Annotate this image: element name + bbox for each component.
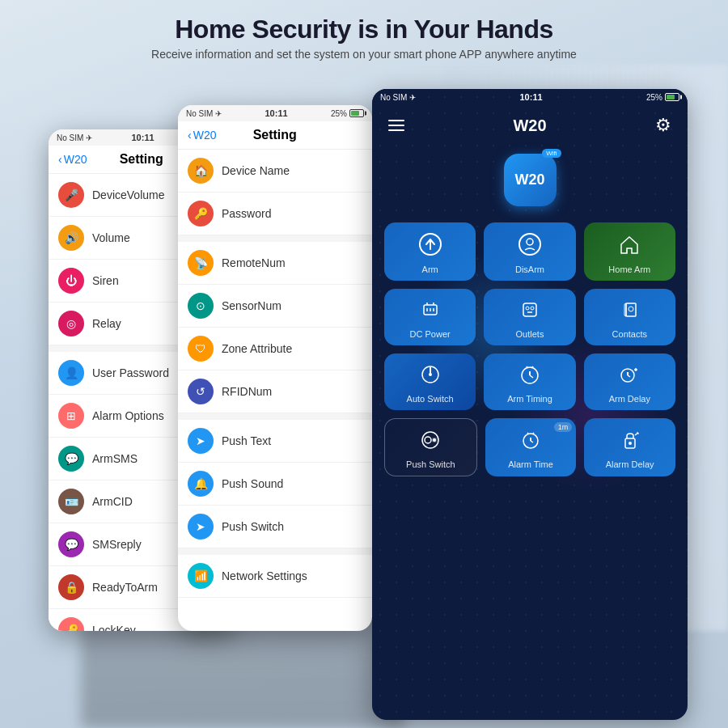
phone2-battery-pct: 25% <box>331 109 347 118</box>
wifi-badge: Wifi <box>542 149 561 158</box>
phone3-battery-icon <box>665 93 679 101</box>
phone2-icon-2: 📡 <box>188 250 214 276</box>
phone2-label-7: Push Sound <box>222 477 362 490</box>
hamburger-line-2 <box>388 125 404 126</box>
phone1-icon-9: 🔒 <box>58 574 84 600</box>
svg-point-17 <box>429 373 432 376</box>
grid-btn-homearm[interactable]: Home Arm <box>584 222 675 281</box>
phone3-battery-pct: 25% <box>646 93 662 102</box>
phone2-icon-0: 🏠 <box>188 158 214 184</box>
phone2-back-btn[interactable]: ‹ W20 <box>188 129 216 142</box>
grid-row-2: Auto Switch Arm Timing <box>384 353 675 410</box>
phone-2: No SIM ✈ 10:11 25% ‹ W20 Setting 🏠 Devic… <box>178 105 372 631</box>
alarmtime-label: Alarm Time <box>508 459 553 469</box>
phone2-menu-item-4[interactable]: 🛡 Zone Attribute <box>178 328 372 370</box>
phone2-nav-title: Setting <box>216 128 333 142</box>
grid-btn-armdelay[interactable]: Arm Delay <box>584 353 675 410</box>
phone2-menu-item-7[interactable]: 🔔 Push Sound <box>178 463 372 506</box>
phone2-label-5: RFIDNum <box>222 385 362 398</box>
disarm-label: DisArm <box>515 265 544 274</box>
phone2-sim: No SIM ✈ <box>186 109 222 118</box>
phone1-icon-5: ⊞ <box>58 403 84 429</box>
phone2-back-label: W20 <box>193 129 217 142</box>
outlets-icon <box>518 298 541 324</box>
arm-icon <box>418 232 442 260</box>
phone2-menu-item-9[interactable]: 📶 Network Settings <box>178 555 372 598</box>
phone2-icon-9: 📶 <box>188 563 214 589</box>
svg-point-27 <box>425 437 431 443</box>
phone1-icon-1: 🔊 <box>58 225 84 251</box>
phone3-status-right: 25% <box>646 93 679 102</box>
phone2-menu-item-6[interactable]: ➤ Push Text <box>178 420 372 463</box>
header-section: Home Security is in Your Hands Receive i… <box>0 15 728 61</box>
contacts-icon <box>618 298 641 324</box>
phone2-icon-6: ➤ <box>188 428 214 454</box>
grid-btn-dcpower[interactable]: DC Power <box>384 289 476 345</box>
phone2-menu-item-1[interactable]: 🔑 Password <box>178 193 372 235</box>
alarmdelay-icon <box>619 429 641 455</box>
phone2-battery-icon <box>349 109 364 117</box>
phone2-time: 10:11 <box>265 108 287 118</box>
phone1-icon-2: ⏻ <box>58 268 84 294</box>
phone2-label-2: RemoteNum <box>222 256 362 269</box>
homearm-label: Home Arm <box>608 265 650 274</box>
phone2-divider2 <box>178 413 372 420</box>
phone3-time: 10:11 <box>519 92 542 102</box>
phone2-menu-item-0[interactable]: 🏠 Device Name <box>178 150 372 193</box>
disarm-icon <box>518 232 542 260</box>
phone1-back-label: W20 <box>64 153 87 166</box>
phone3-sim: No SIM ✈ <box>380 93 416 102</box>
phone1-icon-4: 👤 <box>58 360 84 386</box>
hamburger-icon[interactable] <box>388 120 404 131</box>
grid-btn-autoswitch[interactable]: Auto Switch <box>384 353 476 410</box>
phone2-menu-item-3[interactable]: ⊙ SensorNum <box>178 285 372 328</box>
phone2-divider3 <box>178 548 372 555</box>
phone1-status-left: No SIM ✈ <box>57 133 92 142</box>
grid-btn-arm[interactable]: Arm <box>384 222 476 281</box>
grid-btn-alarmdelay[interactable]: Alarm Delay <box>584 418 675 476</box>
phone2-label-1: Password <box>222 207 362 220</box>
phone2-menu-item-8[interactable]: ➤ Push Switch <box>178 506 372 548</box>
grid-btn-disarm[interactable]: DisArm <box>484 222 575 281</box>
svg-point-36 <box>629 442 632 445</box>
phone2-menu-item-2[interactable]: 📡 RemoteNum <box>178 242 372 285</box>
w20-badge-text: W20 <box>514 171 544 188</box>
gear-icon[interactable]: ⚙ <box>655 115 671 136</box>
phone-3: No SIM ✈ 10:11 25% W20 ⚙ W20 <box>372 89 688 720</box>
grid-btn-armtiming[interactable]: Arm Timing <box>484 353 575 410</box>
contacts-label: Contacts <box>612 329 647 339</box>
phone2-nav: ‹ W20 Setting <box>178 121 372 150</box>
armtiming-label: Arm Timing <box>507 394 552 404</box>
phone2-label-4: Zone Attribute <box>222 342 362 355</box>
phone2-label-0: Device Name <box>222 164 362 177</box>
hamburger-line-1 <box>388 120 404 121</box>
phone2-label-6: Push Text <box>222 434 362 447</box>
phone2-divider <box>178 235 372 242</box>
svg-line-25 <box>628 375 630 377</box>
grid-row-3: Push Switch 1m Alarm Time <box>384 418 675 476</box>
phone1-time: 10:11 <box>131 133 154 142</box>
grid-btn-pushswitch[interactable]: Push Switch <box>384 418 477 476</box>
phone1-icon-7: 🪪 <box>58 489 84 514</box>
phone2-icon-4: 🛡 <box>188 336 214 362</box>
armdelay-label: Arm Delay <box>609 394 650 404</box>
grid-row-1: DC Power Outlets <box>384 289 675 345</box>
phone2-menu-item-5[interactable]: ↺ RFIDNum <box>178 370 372 413</box>
autoswitch-icon <box>419 363 442 389</box>
svg-line-20 <box>530 375 533 378</box>
pushswitch-icon <box>419 429 442 455</box>
alarmdelay-label: Alarm Delay <box>606 459 654 469</box>
grid-btn-outlets[interactable]: Outlets <box>484 289 575 345</box>
phone3-header: W20 ⚙ <box>372 105 688 146</box>
grid-btn-alarmtime[interactable]: 1m Alarm Time <box>485 418 577 476</box>
phone2-back-arrow: ‹ <box>188 129 192 142</box>
grid-btn-contacts[interactable]: Contacts <box>584 289 675 345</box>
phone3-device-name: W20 <box>513 116 546 135</box>
phone1-back-btn[interactable]: ‹ W20 <box>58 153 87 166</box>
phone2-status-left: No SIM ✈ <box>186 109 222 118</box>
phone2-label-3: SensorNum <box>222 299 362 312</box>
w20-badge[interactable]: W20 Wifi <box>504 154 557 206</box>
autoswitch-label: Auto Switch <box>407 394 454 404</box>
phone2-label-8: Push Switch <box>222 520 362 533</box>
phone2-icon-8: ➤ <box>188 514 214 540</box>
